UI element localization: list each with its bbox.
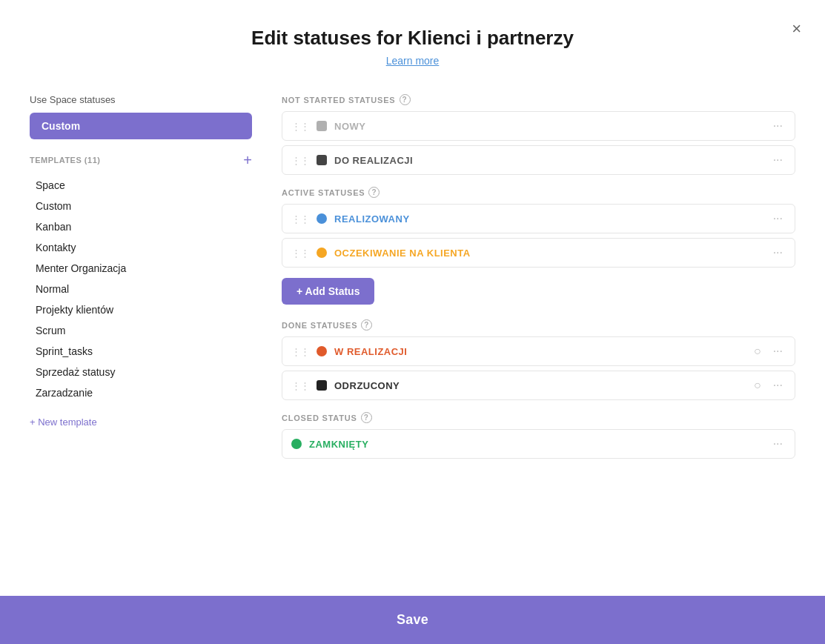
modal-footer: Save [0, 596, 825, 644]
status-name-oczekiwanie: OCZEKIWANIE NA KLIENTA [334, 248, 763, 259]
not-started-section-label: NOT STARTED STATUSES ? [282, 94, 795, 105]
status-name-w-realizacji: W REALIZACJI [334, 346, 746, 357]
learn-more-link[interactable]: Learn more [386, 55, 440, 67]
done-help-icon[interactable]: ? [361, 319, 372, 331]
template-item[interactable]: Space [30, 175, 252, 196]
drag-handle-icon[interactable]: ⋮⋮ [291, 121, 309, 132]
template-item[interactable]: Custom [30, 196, 252, 216]
modal: Edit statuses for Klienci i partnerzy Le… [0, 0, 825, 644]
custom-selected-item[interactable]: Custom [30, 113, 252, 139]
status-name-odrzucony: ODRZUCONY [334, 380, 746, 391]
template-item[interactable]: Projekty klientów [30, 299, 252, 320]
status-more-button[interactable]: ··· [770, 437, 786, 451]
template-item[interactable]: Sprzedaż statusy [30, 362, 252, 382]
template-item[interactable]: Kanban [30, 216, 252, 237]
templates-label: TEMPLATES (11) [30, 156, 100, 165]
status-name-realizowany: REALIZOWANY [334, 213, 763, 225]
status-row-nowy: ⋮⋮ NOWY ··· [282, 111, 795, 141]
status-more-button[interactable]: ··· [770, 246, 786, 259]
done-check-icon: ○ [754, 379, 761, 392]
active-section-label: ACTIVE STATUSES ? [282, 187, 795, 198]
status-more-button[interactable]: ··· [770, 345, 786, 358]
template-item[interactable]: Normal [30, 279, 252, 299]
not-started-help-icon[interactable]: ? [400, 94, 411, 105]
drag-handle-icon[interactable]: ⋮⋮ [291, 346, 309, 357]
status-more-button[interactable]: ··· [770, 119, 786, 133]
status-color-dot [317, 213, 327, 224]
template-item[interactable]: Sprint_tasks [30, 341, 252, 362]
status-row-oczekiwanie: ⋮⋮ OCZEKIWANIE NA KLIENTA ··· [282, 238, 795, 268]
template-item[interactable]: Kontakty [30, 237, 252, 258]
status-row-odrzucony: ⋮⋮ ODRZUCONY ○ ··· [282, 371, 795, 400]
status-more-button[interactable]: ··· [770, 153, 786, 167]
use-space-label: Use Space statuses [30, 94, 252, 105]
status-color-dot [317, 121, 327, 131]
templates-list: Space Custom Kanban Kontakty Menter Orga… [30, 175, 252, 403]
status-row-zamkniety: ZAMKNIĘTY ··· [282, 429, 795, 459]
modal-body: Use Space statuses Custom TEMPLATES (11)… [0, 79, 825, 596]
closed-help-icon[interactable]: ? [361, 412, 372, 423]
drag-handle-icon[interactable]: ⋮⋮ [291, 213, 309, 225]
status-name-nowy: NOWY [334, 121, 763, 132]
close-button[interactable]: × [792, 21, 801, 37]
status-color-dot [317, 380, 327, 391]
status-row-do-realizacji: ⋮⋮ DO REALIZACJI ··· [282, 145, 795, 175]
drag-handle-icon[interactable]: ⋮⋮ [291, 380, 309, 391]
template-item[interactable]: Menter Organizacja [30, 258, 252, 279]
modal-header: Edit statuses for Klienci i partnerzy Le… [0, 0, 825, 79]
new-template-button[interactable]: + New template [30, 416, 97, 428]
drag-handle-icon[interactable]: ⋮⋮ [291, 155, 309, 166]
add-status-button[interactable]: + Add Status [282, 278, 374, 305]
status-row-w-realizacji: ⋮⋮ W REALIZACJI ○ ··· [282, 336, 795, 366]
add-template-button[interactable]: + [243, 153, 252, 167]
templates-header: TEMPLATES (11) + [30, 153, 252, 167]
closed-section-label: CLOSED STATUS ? [282, 412, 795, 423]
status-more-button[interactable]: ··· [770, 379, 786, 392]
status-name-do-realizacji: DO REALIZACJI [334, 155, 763, 166]
right-panel: NOT STARTED STATUSES ? ⋮⋮ NOWY ··· ⋮⋮ DO… [282, 94, 795, 581]
done-check-icon: ○ [754, 345, 761, 358]
status-color-dot [317, 155, 327, 165]
active-help-icon[interactable]: ? [368, 187, 380, 198]
status-row-realizowany: ⋮⋮ REALIZOWANY ··· [282, 204, 795, 233]
status-color-dot [317, 346, 327, 356]
done-section-label: DONE STATUSES ? [282, 319, 795, 331]
status-more-button[interactable]: ··· [770, 212, 786, 225]
status-color-dot [291, 439, 302, 449]
template-item[interactable]: Scrum [30, 320, 252, 341]
save-button[interactable]: Save [0, 596, 825, 644]
status-color-dot [317, 248, 327, 258]
modal-title: Edit statuses for Klienci i partnerzy [44, 27, 781, 50]
status-name-zamkniety: ZAMKNIĘTY [309, 439, 763, 450]
drag-handle-icon[interactable]: ⋮⋮ [291, 248, 309, 259]
template-item[interactable]: Zarzadzanie [30, 382, 252, 403]
left-panel: Use Space statuses Custom TEMPLATES (11)… [30, 94, 252, 581]
